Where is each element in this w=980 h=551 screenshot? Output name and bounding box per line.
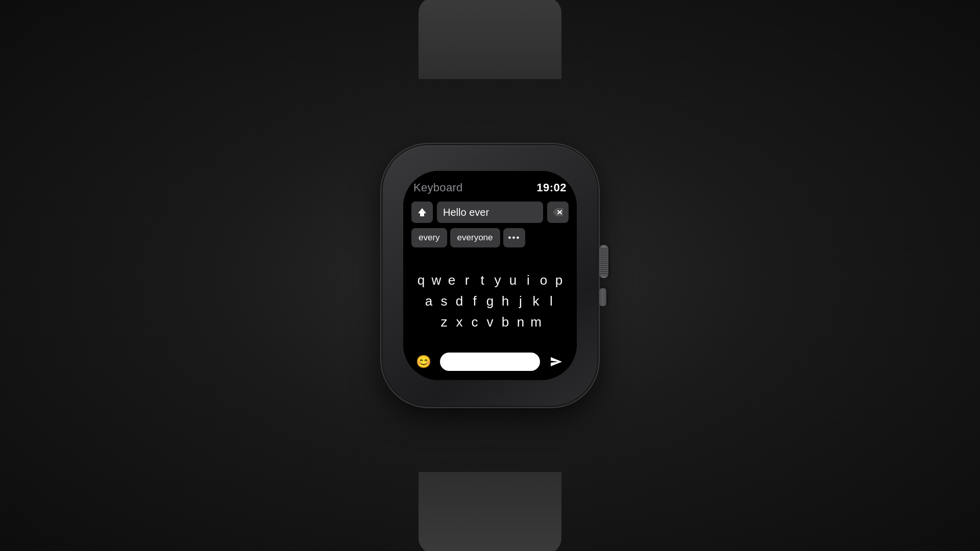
watch-band-bottom — [419, 472, 561, 551]
key-t[interactable]: t — [476, 272, 489, 288]
watch-band-top — [419, 0, 561, 79]
key-w[interactable]: w — [430, 272, 443, 288]
key-a[interactable]: a — [422, 293, 435, 309]
more-dots: ••• — [508, 233, 521, 243]
send-icon — [550, 356, 563, 367]
emoji-icon: 😊 — [416, 355, 431, 369]
space-bar[interactable] — [440, 353, 540, 371]
suggestion-every: every — [419, 233, 440, 243]
delete-button[interactable] — [547, 202, 569, 223]
key-b[interactable]: b — [499, 314, 512, 330]
watch-screen-bezel: Keyboard 19:02 Hello ever — [403, 171, 577, 380]
key-n[interactable]: n — [514, 314, 527, 330]
keyboard-area: q w e r t y u i o p a s d — [409, 255, 571, 347]
suggestion-everyone: everyone — [457, 233, 493, 243]
app-title: Keyboard — [413, 181, 463, 194]
watch-time: 19:02 — [536, 181, 567, 194]
key-e[interactable]: e — [445, 272, 458, 288]
key-i[interactable]: i — [522, 272, 535, 288]
shift-button[interactable] — [411, 202, 433, 223]
key-g[interactable]: g — [483, 293, 497, 309]
emoji-button[interactable]: 😊 — [413, 352, 434, 372]
watch-body: Keyboard 19:02 Hello ever — [383, 145, 597, 406]
key-r[interactable]: r — [460, 272, 474, 288]
delete-icon — [552, 208, 564, 217]
autocomplete-row: every everyone ••• — [409, 228, 571, 247]
key-z[interactable]: z — [437, 314, 451, 330]
key-j[interactable]: j — [514, 293, 527, 309]
side-button[interactable] — [599, 288, 606, 306]
key-m[interactable]: m — [529, 314, 543, 330]
key-q[interactable]: q — [414, 272, 428, 288]
key-l[interactable]: l — [545, 293, 558, 309]
key-u[interactable]: u — [506, 272, 520, 288]
key-v[interactable]: v — [483, 314, 497, 330]
svg-marker-0 — [418, 208, 426, 216]
key-c[interactable]: c — [468, 314, 481, 330]
shift-icon — [417, 207, 427, 217]
autocomplete-everyone[interactable]: everyone — [450, 228, 500, 247]
key-o[interactable]: o — [537, 272, 550, 288]
watch-header: Keyboard 19:02 — [409, 181, 571, 194]
keyboard-row-1: q w e r t y u i o p — [409, 270, 571, 290]
key-p[interactable]: p — [552, 272, 566, 288]
autocomplete-more[interactable]: ••• — [503, 228, 526, 247]
key-y[interactable]: y — [491, 272, 504, 288]
keyboard-row-2: a s d f g h j k l — [409, 291, 571, 311]
bottom-row: 😊 — [409, 347, 571, 374]
key-f[interactable]: f — [468, 293, 481, 309]
text-input-field[interactable]: Hello ever — [437, 202, 543, 223]
autocomplete-every[interactable]: every — [411, 228, 447, 247]
input-text: Hello ever — [443, 207, 489, 218]
key-h[interactable]: h — [499, 293, 512, 309]
keyboard-row-3: z x c v b n m — [409, 312, 571, 332]
text-input-row: Hello ever — [409, 202, 571, 223]
key-k[interactable]: k — [529, 293, 543, 309]
send-button[interactable] — [546, 352, 567, 372]
key-x[interactable]: x — [453, 314, 466, 330]
key-s[interactable]: s — [437, 293, 451, 309]
digital-crown[interactable] — [599, 245, 608, 278]
watch-screen: Keyboard 19:02 Hello ever — [403, 171, 577, 380]
key-d[interactable]: d — [453, 293, 466, 309]
